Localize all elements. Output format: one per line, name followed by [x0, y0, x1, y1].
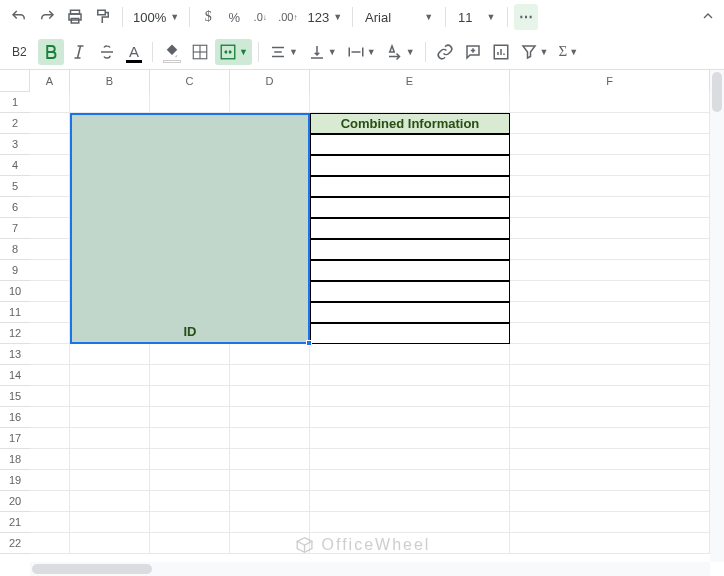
row-header-9[interactable]: 9 [0, 260, 30, 281]
row-header-1[interactable]: 1 [0, 92, 30, 113]
row-header-18[interactable]: 18 [0, 449, 30, 470]
watermark: OfficeWheel [294, 534, 431, 556]
cell-E6[interactable] [310, 197, 510, 218]
italic-button[interactable] [66, 39, 92, 65]
row-header-19[interactable]: 19 [0, 470, 30, 491]
separator [258, 42, 259, 62]
cell-E3[interactable] [310, 134, 510, 155]
row-header-12[interactable]: 12 [0, 323, 30, 344]
row-header-20[interactable]: 20 [0, 491, 30, 512]
svg-rect-10 [221, 45, 235, 59]
scrollbar-thumb[interactable] [712, 72, 722, 112]
row-header-4[interactable]: 4 [0, 155, 30, 176]
insert-link-button[interactable] [432, 39, 458, 65]
cell-E5[interactable] [310, 176, 510, 197]
separator [352, 7, 353, 27]
zoom-value: 100% [133, 10, 166, 25]
cell-E10[interactable] [310, 281, 510, 302]
separator [152, 42, 153, 62]
fill-color-button[interactable] [159, 39, 185, 65]
column-header-C[interactable]: C [150, 70, 230, 92]
more-formats-dropdown[interactable]: 123▼ [303, 10, 346, 25]
logo-icon [294, 534, 316, 556]
row-header-3[interactable]: 3 [0, 134, 30, 155]
chevron-down-icon: ▼ [170, 12, 179, 22]
row-header-16[interactable]: 16 [0, 407, 30, 428]
font-name: Arial [365, 10, 391, 25]
row-header-8[interactable]: 8 [0, 239, 30, 260]
row-header-7[interactable]: 7 [0, 218, 30, 239]
format-label: 123 [307, 10, 329, 25]
column-header-B[interactable]: B [70, 70, 150, 92]
text-color-button[interactable]: A [122, 39, 146, 65]
chevron-down-icon: ▼ [569, 47, 578, 57]
row-header-14[interactable]: 14 [0, 365, 30, 386]
increase-decimal-button[interactable]: .00↑ [274, 4, 301, 30]
name-box[interactable]: B2 [6, 45, 36, 59]
cell-E4[interactable] [310, 155, 510, 176]
cell-E12[interactable] [310, 323, 510, 344]
watermark-text: OfficeWheel [322, 536, 431, 554]
column-header-E[interactable]: E [310, 70, 510, 92]
cell-E7[interactable] [310, 218, 510, 239]
vertical-scrollbar[interactable] [710, 70, 724, 562]
scrollbar-thumb[interactable] [32, 564, 152, 574]
row-header-5[interactable]: 5 [0, 176, 30, 197]
font-size-dropdown[interactable]: 11▼ [452, 10, 501, 25]
bold-button[interactable] [38, 39, 64, 65]
column-header-F[interactable]: F [510, 70, 710, 92]
chevron-down-icon: ▼ [424, 12, 433, 22]
select-all-corner[interactable] [0, 70, 30, 92]
row-header-13[interactable]: 13 [0, 344, 30, 365]
row-header-21[interactable]: 21 [0, 512, 30, 533]
svg-line-5 [78, 46, 81, 58]
separator [445, 7, 446, 27]
cell-E8[interactable] [310, 239, 510, 260]
print-button[interactable] [62, 4, 88, 30]
horizontal-align-button[interactable]: ▼ [265, 39, 302, 65]
more-toolbar-button[interactable]: ⋯ [514, 4, 538, 30]
row-header-10[interactable]: 10 [0, 281, 30, 302]
column-header-A[interactable]: A [30, 70, 70, 92]
vertical-align-button[interactable]: ▼ [304, 39, 341, 65]
redo-button[interactable] [34, 4, 60, 30]
percent-button[interactable]: % [222, 4, 246, 30]
strikethrough-button[interactable] [94, 39, 120, 65]
merge-cells-button[interactable]: ▼ [215, 39, 252, 65]
insert-comment-button[interactable] [460, 39, 486, 65]
cell-combined-information-header[interactable]: Combined Information [310, 113, 510, 134]
spreadsheet-grid[interactable]: ABCDEF 123456789101112131415161718192021… [0, 70, 724, 576]
row-header-15[interactable]: 15 [0, 386, 30, 407]
functions-button[interactable]: Σ▼ [555, 39, 583, 65]
chevron-down-icon: ▼ [289, 47, 298, 57]
separator [122, 7, 123, 27]
text-wrap-button[interactable]: ▼ [343, 39, 380, 65]
collapse-toolbar-button[interactable] [700, 8, 716, 27]
undo-button[interactable] [6, 4, 32, 30]
decrease-decimal-button[interactable]: .0↓ [248, 4, 272, 30]
cell-E11[interactable] [310, 302, 510, 323]
row-headers[interactable]: 12345678910111213141516171819202122 [0, 92, 30, 554]
cell-E9[interactable] [310, 260, 510, 281]
column-header-D[interactable]: D [230, 70, 310, 92]
row-header-6[interactable]: 6 [0, 197, 30, 218]
separator [507, 7, 508, 27]
borders-button[interactable] [187, 39, 213, 65]
text-rotation-button[interactable]: ▼ [382, 39, 419, 65]
cells-area[interactable]: Combined Information ID [30, 92, 710, 554]
filter-button[interactable]: ▼ [516, 39, 553, 65]
row-header-2[interactable]: 2 [0, 113, 30, 134]
paint-format-button[interactable] [90, 4, 116, 30]
merged-cell-id[interactable]: ID [70, 113, 310, 344]
row-header-22[interactable]: 22 [0, 533, 30, 554]
currency-button[interactable]: $ [196, 4, 220, 30]
horizontal-scrollbar[interactable] [30, 562, 710, 576]
column-headers[interactable]: ABCDEF [30, 70, 710, 92]
font-size-value: 11 [458, 10, 472, 25]
row-header-11[interactable]: 11 [0, 302, 30, 323]
selection-handle[interactable] [306, 340, 312, 346]
insert-chart-button[interactable] [488, 39, 514, 65]
row-header-17[interactable]: 17 [0, 428, 30, 449]
font-dropdown[interactable]: Arial▼ [359, 10, 439, 25]
zoom-dropdown[interactable]: 100%▼ [129, 10, 183, 25]
